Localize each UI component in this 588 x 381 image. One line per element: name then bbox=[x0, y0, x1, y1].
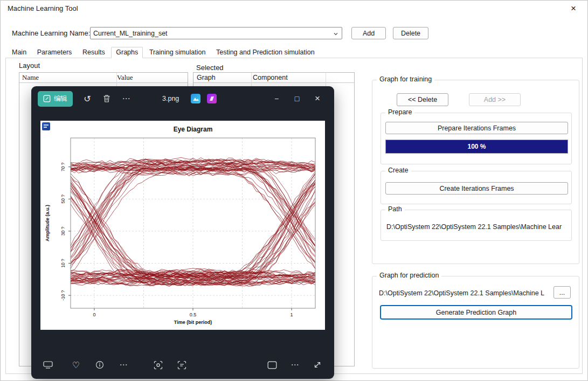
close-icon[interactable]: × bbox=[566, 3, 580, 15]
path-group: Path D:\OptiSystem 22\OptiSystem 22.1 Sa… bbox=[381, 210, 572, 241]
selected-col-component[interactable]: Component bbox=[250, 74, 288, 81]
more-options-icon[interactable]: ⋯ bbox=[118, 91, 134, 107]
text-extract-icon[interactable] bbox=[174, 357, 190, 373]
photo-viewer-window: 编辑 ↺ ⋯ 3.png − □ × bbox=[31, 86, 334, 379]
graph-for-training-group: Graph for training << Delete Add >> Prep… bbox=[372, 80, 579, 264]
more-view-options-icon[interactable]: ⋯ bbox=[287, 357, 303, 373]
layout-panel-title: Layout bbox=[19, 61, 40, 70]
svg-text:70 ?: 70 ? bbox=[60, 162, 66, 171]
layout-col-value[interactable]: Value bbox=[114, 73, 133, 82]
prediction-path-value: D:\OptiSystem 22\OptiSystem 22.1 Samples… bbox=[379, 289, 550, 297]
rotate-icon[interactable]: ↺ bbox=[79, 91, 95, 107]
graph-for-prediction-group: Graph for prediction D:\OptiSystem 22\Op… bbox=[372, 276, 579, 369]
create-group: Create Create Iterations Frames bbox=[381, 171, 572, 204]
svg-text:0.5: 0.5 bbox=[190, 312, 197, 317]
tab-training-simulation[interactable]: Training simulation bbox=[145, 47, 210, 58]
machine-learning-tool-dialog: { "window": { "title": "Machine Learning… bbox=[0, 0, 588, 381]
more-tools-icon[interactable]: ⋯ bbox=[115, 357, 132, 373]
svg-text:1: 1 bbox=[290, 312, 293, 317]
photo-viewer-titlebar: 编辑 ↺ ⋯ 3.png − □ × bbox=[31, 86, 334, 111]
window-controls: − □ × bbox=[266, 90, 328, 107]
fullscreen-expand-icon[interactable] bbox=[309, 357, 326, 373]
create-group-title: Create bbox=[385, 167, 411, 174]
svg-text:Amplitude (a.u.): Amplitude (a.u.) bbox=[45, 205, 50, 241]
fit-to-window-icon[interactable] bbox=[264, 357, 280, 373]
ml-name-label: Machine Learning Name: bbox=[12, 29, 90, 37]
svg-text:Time (bit period): Time (bit period) bbox=[174, 320, 212, 325]
svg-text:30 ?: 30 ? bbox=[60, 226, 66, 235]
svg-text:0: 0 bbox=[93, 312, 95, 317]
prepare-group: Prepare Prepare Iterations Frames 100 % bbox=[381, 113, 572, 164]
toolbar-right-group: ⋯ bbox=[264, 357, 326, 373]
edit-button[interactable]: 编辑 bbox=[38, 91, 73, 107]
chevron-down-icon bbox=[334, 32, 338, 36]
favorite-heart-icon[interactable]: ♡ bbox=[68, 357, 84, 373]
create-iterations-frames-button[interactable]: Create Iterations Frames bbox=[385, 182, 568, 195]
trash-icon[interactable] bbox=[99, 91, 115, 107]
browse-button[interactable]: ... bbox=[554, 286, 571, 299]
filmstrip-icon[interactable] bbox=[40, 357, 56, 373]
page-title: Machine Learning Tool bbox=[8, 4, 78, 12]
selected-panel-title: Selected bbox=[196, 64, 224, 72]
close-icon[interactable]: × bbox=[307, 90, 328, 107]
optisystem-graph-icon bbox=[42, 122, 50, 130]
progress-bar: 100 % bbox=[385, 140, 568, 154]
tab-bar: Main Parameters Results Graphs Training … bbox=[8, 47, 319, 58]
prepare-group-title: Prepare bbox=[385, 108, 414, 116]
svg-text:10 ?: 10 ? bbox=[60, 259, 66, 268]
generate-prediction-graph-button[interactable]: Generate Prediction Graph bbox=[381, 306, 572, 319]
svg-text:50 ?: 50 ? bbox=[60, 195, 66, 204]
photos-app-icon[interactable] bbox=[191, 94, 200, 103]
visual-search-icon[interactable] bbox=[150, 357, 166, 373]
photo-content: Eye Diagram00.51Time (bit period)-10 ?10… bbox=[40, 121, 325, 330]
layout-col-name[interactable]: Name bbox=[19, 73, 114, 82]
eye-diagram-chart: Eye Diagram00.51Time (bit period)-10 ?10… bbox=[40, 121, 325, 330]
prepare-iterations-frames-button[interactable]: Prepare Iterations Frames bbox=[385, 122, 568, 134]
graph-add-button[interactable]: Add >> bbox=[469, 93, 521, 106]
info-icon[interactable] bbox=[92, 357, 108, 373]
path-group-title: Path bbox=[385, 205, 405, 213]
photo-filename: 3.png bbox=[162, 95, 179, 102]
ml-name-value: Current_ML_training_set bbox=[93, 30, 168, 37]
tab-testing-prediction-simulation[interactable]: Testing and Prediction simulation bbox=[212, 47, 319, 58]
training-path-value: D:\OptiSystem 22\OptiSystem 22.1 Samples… bbox=[386, 223, 567, 231]
designer-app-icon[interactable] bbox=[207, 94, 217, 103]
svg-text:Eye Diagram: Eye Diagram bbox=[174, 126, 213, 133]
minimize-icon[interactable]: − bbox=[266, 90, 287, 107]
add-button[interactable]: Add bbox=[351, 27, 386, 39]
svg-text:-10 ?: -10 ? bbox=[60, 290, 66, 301]
selected-col-graph[interactable]: Graph bbox=[193, 74, 250, 81]
graph-for-prediction-title: Graph for prediction bbox=[377, 272, 441, 279]
maximize-icon[interactable]: □ bbox=[287, 90, 307, 107]
delete-button[interactable]: Delete bbox=[393, 27, 428, 39]
tab-parameters[interactable]: Parameters bbox=[33, 47, 77, 58]
progress-text: 100 % bbox=[386, 140, 568, 153]
edit-button-label: 编辑 bbox=[54, 94, 67, 103]
tab-graphs[interactable]: Graphs bbox=[111, 47, 143, 58]
edit-pencil-icon bbox=[43, 95, 51, 102]
graph-for-training-title: Graph for training bbox=[377, 75, 434, 83]
tab-results[interactable]: Results bbox=[78, 47, 109, 58]
graph-delete-button[interactable]: << Delete bbox=[397, 93, 448, 106]
photo-viewer-toolbar: ♡ ⋯ bbox=[31, 351, 334, 379]
ml-name-combobox[interactable]: Current_ML_training_set bbox=[90, 27, 342, 39]
tab-main[interactable]: Main bbox=[8, 47, 31, 58]
